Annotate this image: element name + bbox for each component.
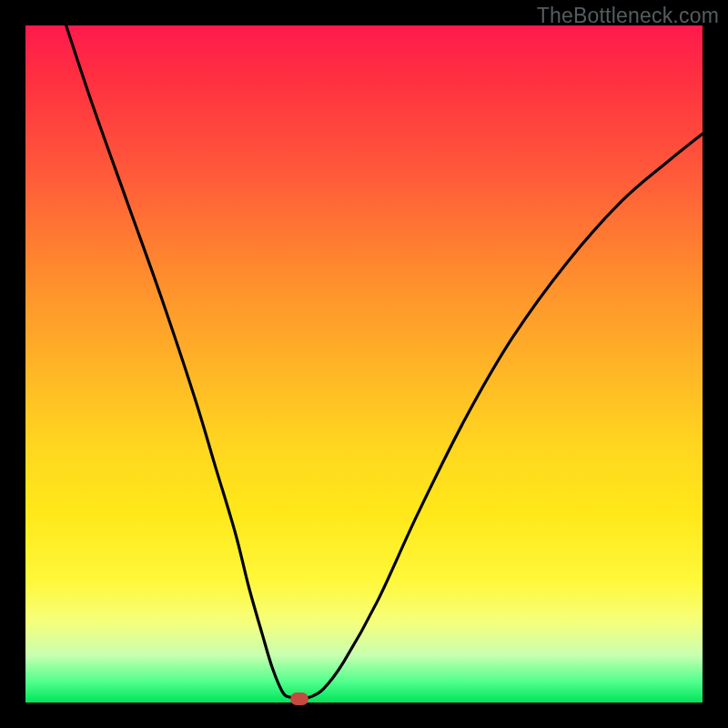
plot-area: [25, 25, 703, 703]
chart-frame: TheBottleneck.com: [0, 0, 728, 728]
minimum-marker: [290, 693, 308, 705]
bottleneck-curve: [25, 25, 703, 703]
watermark-text: TheBottleneck.com: [537, 4, 719, 28]
